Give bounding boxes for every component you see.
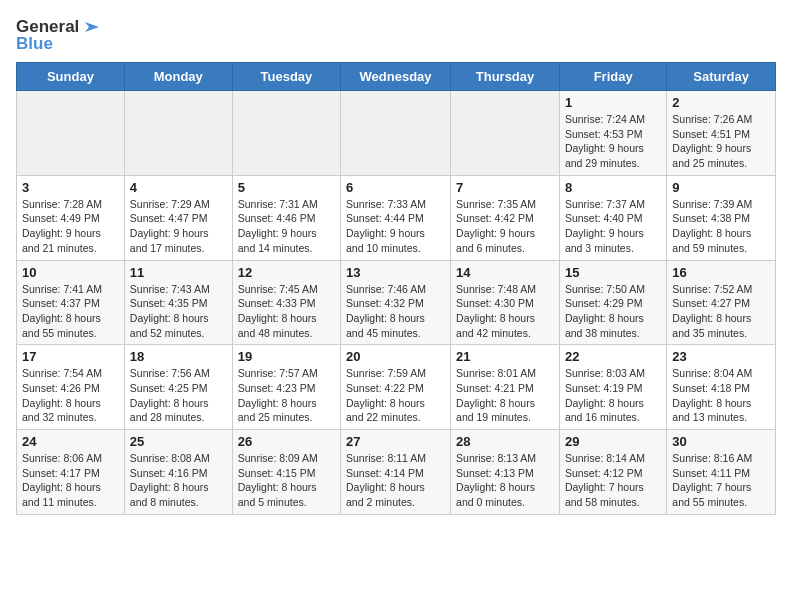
day-number: 17	[22, 349, 119, 364]
day-cell: 4Sunrise: 7:29 AM Sunset: 4:47 PM Daylig…	[124, 175, 232, 260]
day-cell	[232, 91, 340, 176]
day-cell: 27Sunrise: 8:11 AM Sunset: 4:14 PM Dayli…	[341, 430, 451, 515]
day-cell: 24Sunrise: 8:06 AM Sunset: 4:17 PM Dayli…	[17, 430, 125, 515]
day-info: Sunrise: 7:31 AM Sunset: 4:46 PM Dayligh…	[238, 197, 335, 256]
day-cell: 6Sunrise: 7:33 AM Sunset: 4:44 PM Daylig…	[341, 175, 451, 260]
day-number: 20	[346, 349, 445, 364]
calendar-table: SundayMondayTuesdayWednesdayThursdayFrid…	[16, 62, 776, 515]
day-info: Sunrise: 7:52 AM Sunset: 4:27 PM Dayligh…	[672, 282, 770, 341]
calendar-body: 1Sunrise: 7:24 AM Sunset: 4:53 PM Daylig…	[17, 91, 776, 515]
day-cell: 13Sunrise: 7:46 AM Sunset: 4:32 PM Dayli…	[341, 260, 451, 345]
day-number: 10	[22, 265, 119, 280]
day-info: Sunrise: 7:57 AM Sunset: 4:23 PM Dayligh…	[238, 366, 335, 425]
day-cell	[17, 91, 125, 176]
day-number: 24	[22, 434, 119, 449]
day-number: 18	[130, 349, 227, 364]
day-info: Sunrise: 8:14 AM Sunset: 4:12 PM Dayligh…	[565, 451, 661, 510]
day-cell	[124, 91, 232, 176]
day-info: Sunrise: 7:28 AM Sunset: 4:49 PM Dayligh…	[22, 197, 119, 256]
day-info: Sunrise: 8:11 AM Sunset: 4:14 PM Dayligh…	[346, 451, 445, 510]
day-number: 22	[565, 349, 661, 364]
day-cell: 19Sunrise: 7:57 AM Sunset: 4:23 PM Dayli…	[232, 345, 340, 430]
day-info: Sunrise: 7:54 AM Sunset: 4:26 PM Dayligh…	[22, 366, 119, 425]
day-cell: 9Sunrise: 7:39 AM Sunset: 4:38 PM Daylig…	[667, 175, 776, 260]
week-row-1: 1Sunrise: 7:24 AM Sunset: 4:53 PM Daylig…	[17, 91, 776, 176]
day-number: 14	[456, 265, 554, 280]
day-number: 13	[346, 265, 445, 280]
day-cell: 1Sunrise: 7:24 AM Sunset: 4:53 PM Daylig…	[559, 91, 666, 176]
day-info: Sunrise: 7:45 AM Sunset: 4:33 PM Dayligh…	[238, 282, 335, 341]
day-cell: 5Sunrise: 7:31 AM Sunset: 4:46 PM Daylig…	[232, 175, 340, 260]
day-info: Sunrise: 7:29 AM Sunset: 4:47 PM Dayligh…	[130, 197, 227, 256]
day-info: Sunrise: 7:24 AM Sunset: 4:53 PM Dayligh…	[565, 112, 661, 171]
day-number: 29	[565, 434, 661, 449]
week-row-3: 10Sunrise: 7:41 AM Sunset: 4:37 PM Dayli…	[17, 260, 776, 345]
day-number: 5	[238, 180, 335, 195]
day-cell: 11Sunrise: 7:43 AM Sunset: 4:35 PM Dayli…	[124, 260, 232, 345]
weekday-header-monday: Monday	[124, 63, 232, 91]
weekday-header-row: SundayMondayTuesdayWednesdayThursdayFrid…	[17, 63, 776, 91]
day-info: Sunrise: 8:06 AM Sunset: 4:17 PM Dayligh…	[22, 451, 119, 510]
day-info: Sunrise: 7:46 AM Sunset: 4:32 PM Dayligh…	[346, 282, 445, 341]
day-info: Sunrise: 7:48 AM Sunset: 4:30 PM Dayligh…	[456, 282, 554, 341]
day-number: 2	[672, 95, 770, 110]
day-number: 12	[238, 265, 335, 280]
day-cell: 8Sunrise: 7:37 AM Sunset: 4:40 PM Daylig…	[559, 175, 666, 260]
day-info: Sunrise: 8:01 AM Sunset: 4:21 PM Dayligh…	[456, 366, 554, 425]
day-number: 7	[456, 180, 554, 195]
day-cell: 29Sunrise: 8:14 AM Sunset: 4:12 PM Dayli…	[559, 430, 666, 515]
day-cell: 22Sunrise: 8:03 AM Sunset: 4:19 PM Dayli…	[559, 345, 666, 430]
day-info: Sunrise: 7:33 AM Sunset: 4:44 PM Dayligh…	[346, 197, 445, 256]
day-info: Sunrise: 7:50 AM Sunset: 4:29 PM Dayligh…	[565, 282, 661, 341]
week-row-4: 17Sunrise: 7:54 AM Sunset: 4:26 PM Dayli…	[17, 345, 776, 430]
day-cell: 2Sunrise: 7:26 AM Sunset: 4:51 PM Daylig…	[667, 91, 776, 176]
day-info: Sunrise: 8:08 AM Sunset: 4:16 PM Dayligh…	[130, 451, 227, 510]
day-number: 15	[565, 265, 661, 280]
day-number: 1	[565, 95, 661, 110]
day-info: Sunrise: 8:03 AM Sunset: 4:19 PM Dayligh…	[565, 366, 661, 425]
calendar-header: SundayMondayTuesdayWednesdayThursdayFrid…	[17, 63, 776, 91]
day-cell	[451, 91, 560, 176]
day-cell: 10Sunrise: 7:41 AM Sunset: 4:37 PM Dayli…	[17, 260, 125, 345]
day-cell: 16Sunrise: 7:52 AM Sunset: 4:27 PM Dayli…	[667, 260, 776, 345]
day-info: Sunrise: 7:59 AM Sunset: 4:22 PM Dayligh…	[346, 366, 445, 425]
day-info: Sunrise: 7:39 AM Sunset: 4:38 PM Dayligh…	[672, 197, 770, 256]
weekday-header-wednesday: Wednesday	[341, 63, 451, 91]
week-row-2: 3Sunrise: 7:28 AM Sunset: 4:49 PM Daylig…	[17, 175, 776, 260]
day-number: 11	[130, 265, 227, 280]
day-number: 6	[346, 180, 445, 195]
weekday-header-saturday: Saturday	[667, 63, 776, 91]
weekday-header-thursday: Thursday	[451, 63, 560, 91]
day-info: Sunrise: 7:43 AM Sunset: 4:35 PM Dayligh…	[130, 282, 227, 341]
day-info: Sunrise: 7:26 AM Sunset: 4:51 PM Dayligh…	[672, 112, 770, 171]
day-number: 8	[565, 180, 661, 195]
day-info: Sunrise: 7:56 AM Sunset: 4:25 PM Dayligh…	[130, 366, 227, 425]
day-cell: 15Sunrise: 7:50 AM Sunset: 4:29 PM Dayli…	[559, 260, 666, 345]
day-cell: 14Sunrise: 7:48 AM Sunset: 4:30 PM Dayli…	[451, 260, 560, 345]
day-info: Sunrise: 8:04 AM Sunset: 4:18 PM Dayligh…	[672, 366, 770, 425]
day-cell: 18Sunrise: 7:56 AM Sunset: 4:25 PM Dayli…	[124, 345, 232, 430]
day-cell: 30Sunrise: 8:16 AM Sunset: 4:11 PM Dayli…	[667, 430, 776, 515]
day-cell: 20Sunrise: 7:59 AM Sunset: 4:22 PM Dayli…	[341, 345, 451, 430]
logo: General Blue	[16, 16, 103, 54]
day-cell	[341, 91, 451, 176]
day-number: 16	[672, 265, 770, 280]
day-cell: 23Sunrise: 8:04 AM Sunset: 4:18 PM Dayli…	[667, 345, 776, 430]
day-info: Sunrise: 8:13 AM Sunset: 4:13 PM Dayligh…	[456, 451, 554, 510]
day-number: 19	[238, 349, 335, 364]
day-cell: 7Sunrise: 7:35 AM Sunset: 4:42 PM Daylig…	[451, 175, 560, 260]
day-cell: 17Sunrise: 7:54 AM Sunset: 4:26 PM Dayli…	[17, 345, 125, 430]
header: General Blue	[16, 16, 776, 54]
day-number: 4	[130, 180, 227, 195]
day-number: 25	[130, 434, 227, 449]
day-cell: 3Sunrise: 7:28 AM Sunset: 4:49 PM Daylig…	[17, 175, 125, 260]
logo-blue-text: Blue	[16, 34, 53, 54]
day-number: 21	[456, 349, 554, 364]
day-info: Sunrise: 7:35 AM Sunset: 4:42 PM Dayligh…	[456, 197, 554, 256]
day-cell: 21Sunrise: 8:01 AM Sunset: 4:21 PM Dayli…	[451, 345, 560, 430]
day-number: 28	[456, 434, 554, 449]
day-number: 9	[672, 180, 770, 195]
day-cell: 25Sunrise: 8:08 AM Sunset: 4:16 PM Dayli…	[124, 430, 232, 515]
weekday-header-tuesday: Tuesday	[232, 63, 340, 91]
day-info: Sunrise: 7:41 AM Sunset: 4:37 PM Dayligh…	[22, 282, 119, 341]
